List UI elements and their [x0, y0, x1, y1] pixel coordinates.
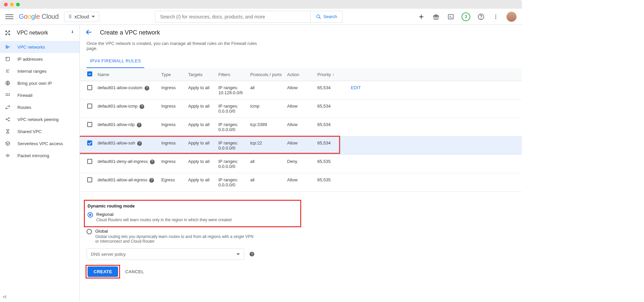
row-checkbox[interactable] — [87, 140, 92, 145]
edit-rule-link[interactable]: EDIT — [351, 85, 361, 90]
sidebar-item-serverless-vpc-access[interactable]: Serverless VPC access — [0, 137, 79, 149]
sidebar-item-shared-vpc[interactable]: Shared VPC — [0, 125, 79, 137]
sidebar-item-firewall[interactable]: Firewall — [0, 89, 79, 101]
help-icon[interactable]: ? — [149, 178, 154, 183]
help-icon[interactable]: ? — [145, 86, 149, 90]
rule-targets: Apply to all — [185, 81, 216, 100]
firewall-rule-row[interactable]: default01-allow-custom?IngressApply to a… — [80, 81, 522, 100]
rule-name: default01-allow-ssh — [98, 140, 135, 145]
col-priority[interactable]: Priority↑ — [315, 68, 348, 81]
rule-name: default01-allow-icmp — [98, 104, 138, 109]
svg-rect-29 — [6, 95, 7, 96]
main-menu-button[interactable] — [5, 13, 13, 21]
window-maximize-icon[interactable] — [16, 3, 20, 6]
sidebar-item-label: Bring your own IP — [17, 81, 52, 86]
firewall-rule-row[interactable]: default01-deny-all-ingress?IngressApply … — [80, 155, 522, 173]
rule-protocols: all — [248, 173, 284, 192]
row-checkbox[interactable] — [87, 159, 92, 164]
firewall-rule-row[interactable]: default01-allow-icmp?IngressApply to all… — [80, 100, 522, 118]
sidebar-item-label: Internal ranges — [17, 69, 47, 74]
sidebar-item-internal-ranges[interactable]: Internal ranges — [0, 65, 79, 77]
radio-global-desc: Global routing lets you dynamically lear… — [95, 234, 256, 244]
sidebar-item-bring-your-own-ip[interactable]: Bring your own IP — [0, 77, 79, 89]
svg-point-11 — [495, 18, 496, 19]
search-input[interactable] — [155, 14, 310, 19]
rule-targets: Apply to all — [185, 173, 216, 192]
nav-icon — [5, 80, 11, 86]
sidebar-item-label: VPC network peering — [17, 117, 59, 122]
col-protocols[interactable]: Protocols / ports — [248, 68, 284, 81]
rule-type: Ingress — [159, 155, 185, 173]
dns-server-policy-select[interactable]: DNS server policy — [87, 248, 244, 260]
radio-regional[interactable] — [88, 212, 93, 218]
col-action[interactable]: Action — [284, 68, 315, 81]
cloud-shell-icon[interactable] — [447, 13, 455, 21]
search-box[interactable]: Search — [155, 11, 343, 23]
svg-rect-30 — [7, 95, 8, 96]
window-close-icon[interactable] — [4, 3, 8, 6]
rule-action: Allow — [284, 173, 315, 192]
select-all-checkbox[interactable] — [87, 71, 92, 76]
dns-help-icon[interactable]: ? — [250, 252, 254, 256]
svg-rect-46 — [7, 155, 7, 157]
google-cloud-logo[interactable]: Google Cloud — [19, 13, 59, 20]
row-checkbox[interactable] — [87, 177, 92, 182]
sidebar-item-vpc-networks[interactable]: VPC networks — [0, 41, 79, 53]
rule-priority: 65,535 — [315, 173, 348, 192]
col-targets[interactable]: Targets — [185, 68, 216, 81]
firewall-tabs: IPV4 FIREWALL RULES — [80, 54, 522, 68]
rule-type: Egress — [159, 173, 185, 192]
window-minimize-icon[interactable] — [10, 3, 14, 6]
routing-regional-option[interactable]: Regional Cloud Routers will learn routes… — [88, 212, 296, 222]
col-name[interactable]: Name — [95, 68, 159, 81]
rule-name: default01-deny-all-ingress — [98, 159, 148, 164]
dynamic-routing-title: Dynamic routing mode — [88, 203, 296, 208]
row-checkbox[interactable] — [87, 122, 92, 127]
main-content: Create a VPC network Once the VPC networ… — [80, 25, 522, 302]
help-icon[interactable] — [477, 13, 485, 21]
gift-icon[interactable] — [432, 13, 440, 21]
svg-point-36 — [9, 120, 10, 121]
search-button[interactable]: Search — [310, 11, 342, 22]
create-button[interactable]: CREATE — [88, 266, 118, 277]
row-checkbox[interactable] — [87, 85, 92, 90]
rule-protocols: tcp:3389 — [248, 118, 284, 136]
row-checkbox[interactable] — [87, 104, 92, 109]
sidebar-item-vpc-network-peering[interactable]: VPC network peering — [0, 113, 79, 125]
cancel-button[interactable]: CANCEL — [125, 269, 144, 274]
sidebar-item-label: Shared VPC — [17, 129, 42, 134]
rule-filters: IP ranges:10.128.0.0/9 — [216, 81, 248, 100]
collapse-sidebar-button[interactable]: <I — [3, 294, 6, 299]
pin-icon[interactable] — [70, 30, 75, 36]
sidebar-item-ip-addresses[interactable]: IP addresses — [0, 53, 79, 65]
free-trial-badge[interactable]: 3 — [462, 12, 470, 21]
svg-rect-31 — [9, 95, 10, 96]
firewall-rule-row[interactable]: default01-allow-all-egress?EgressApply t… — [80, 173, 522, 192]
rule-filters: IP ranges:0.0.0.0/0 — [216, 118, 248, 136]
help-icon[interactable]: ? — [137, 123, 142, 127]
gemini-icon[interactable] — [417, 13, 425, 21]
user-avatar[interactable] — [506, 12, 517, 22]
help-icon[interactable]: ? — [150, 160, 155, 164]
col-filters[interactable]: Filters — [216, 68, 248, 81]
svg-rect-12 — [5, 31, 7, 32]
routing-global-option[interactable]: Global Global routing lets you dynamical… — [87, 229, 301, 244]
rule-name: default01-allow-custom — [98, 85, 143, 90]
sidebar-item-label: Serverless VPC access — [17, 141, 63, 146]
back-arrow-icon[interactable] — [85, 28, 93, 37]
col-type[interactable]: Type — [159, 68, 185, 81]
dynamic-routing-section: Dynamic routing mode Regional Cloud Rout… — [87, 200, 301, 244]
radio-global[interactable] — [87, 229, 92, 234]
rule-filters: IP ranges:0.0.0.0/0 — [216, 100, 248, 118]
tab-ipv4-firewall-rules[interactable]: IPV4 FIREWALL RULES — [87, 54, 144, 68]
sidebar-item-routes[interactable]: Routes — [0, 101, 79, 113]
rule-targets: Apply to all — [185, 100, 216, 118]
more-icon[interactable] — [492, 13, 500, 21]
nav-icon — [5, 92, 11, 98]
help-icon[interactable]: ? — [137, 141, 142, 146]
sidebar-item-packet-mirroring[interactable]: Packet mirroring — [0, 149, 79, 162]
help-icon[interactable]: ? — [140, 104, 144, 109]
project-picker[interactable]: ⠿ xCloud — [64, 12, 100, 22]
firewall-rule-row[interactable]: default01-allow-ssh?IngressApply to allI… — [80, 136, 522, 155]
firewall-rule-row[interactable]: default01-allow-rdp?IngressApply to allI… — [80, 118, 522, 136]
